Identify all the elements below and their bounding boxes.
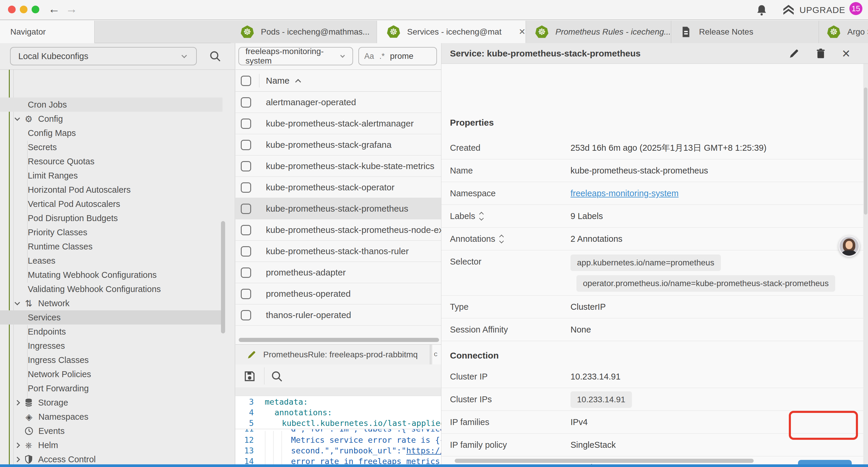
table-row[interactable]: kube-prometheus-stack-kube-state-metrics <box>236 155 441 177</box>
row-checkbox[interactable] <box>241 310 251 320</box>
search-icon[interactable] <box>209 50 222 63</box>
sidebar-item-vertical-pod-autoscalers[interactable]: Vertical Pod Autoscalers <box>0 197 222 211</box>
navigator-tab-label: Navigator <box>10 27 46 37</box>
row-checkbox[interactable] <box>241 204 251 214</box>
sidebar-item-services[interactable]: Services <box>0 310 222 324</box>
list-search-input[interactable]: Aa .* prome <box>359 47 437 65</box>
sidebar-item-ingresses[interactable]: Ingresses <box>0 339 222 353</box>
editor-tab-prometheusrule[interactable]: PrometheusRule: freeleaps-prod-rabbitmq <box>236 345 430 365</box>
namespace-select[interactable]: freeleaps-monitoring-system <box>239 47 353 65</box>
save-icon[interactable] <box>243 370 256 383</box>
close-tab-icon[interactable]: ✕ <box>519 27 526 37</box>
notifications-bell-icon[interactable] <box>755 4 768 17</box>
table-row[interactable]: alertmanager-operated <box>236 92 441 113</box>
table-horizontal-scrollbar[interactable] <box>239 338 439 342</box>
table-row[interactable]: kube-prometheus-stack-grafana <box>236 134 441 155</box>
sidebar-item-pod-disruption-budgets[interactable]: Pod Disruption Budgets <box>0 211 222 225</box>
sidebar-item-leases[interactable]: Leases <box>0 254 222 268</box>
sidebar-group-access-control[interactable]: Access Control <box>0 452 222 464</box>
code-line: 12 Metrics service error rate is {{ $va <box>236 435 441 446</box>
sidebar-item-endpoints[interactable]: Endpoints <box>0 324 222 339</box>
yaml-editor[interactable]: 3 metadata: 4 annotations: 5 kubectl.kub… <box>236 396 441 464</box>
row-checkbox[interactable] <box>241 267 251 278</box>
table-row-selected[interactable]: kube-prometheus-stack-prometheus <box>236 198 441 219</box>
sidebar-group-helm[interactable]: ⎈Helm <box>0 438 222 452</box>
code-line-partial: 11 d","for":"1m","labels":{"service":" <box>236 429 441 435</box>
sidebar-item-limit-ranges[interactable]: Limit Ranges <box>0 169 222 183</box>
tab-release-notes[interactable]: Release Notes <box>671 21 819 43</box>
sidebar-item-events[interactable]: Events <box>0 424 222 438</box>
sidebar-item-resource-quotas[interactable]: Resource Quotas <box>0 154 222 169</box>
table-row[interactable]: kube-prometheus-stack-alertmanager <box>236 113 441 134</box>
sidebar-item-priority-classes[interactable]: Priority Classes <box>0 225 222 239</box>
select-all-checkbox[interactable] <box>241 76 251 86</box>
table-row[interactable]: kube-prometheus-stack-operator <box>236 177 441 198</box>
row-checkbox[interactable] <box>241 182 251 193</box>
search-icon[interactable] <box>270 370 283 383</box>
row-checkbox[interactable] <box>241 289 251 299</box>
sidebar-group-network[interactable]: ⇅Network <box>0 296 222 310</box>
unfold-icon[interactable] <box>500 235 503 243</box>
detail-row-cluster-ips: Cluster IPs 10.233.14.91 <box>441 388 868 411</box>
detail-horizontal-scrollbar[interactable] <box>455 459 754 463</box>
sidebar-item-namespaces[interactable]: ◈Namespaces <box>0 410 222 424</box>
code-line: 13 second.","runbook_url":"https://net <box>236 446 441 457</box>
match-case-toggle[interactable]: Aa <box>364 52 374 61</box>
unfold-icon[interactable] <box>480 212 483 220</box>
runbook-url-link[interactable]: https://net <box>406 446 441 455</box>
sidebar-item-config-maps[interactable]: Config Maps <box>0 126 222 140</box>
name-column-header[interactable]: Name <box>266 70 300 92</box>
close-panel-icon[interactable]: ✕ <box>842 48 850 60</box>
storage-cylinder-icon <box>23 397 34 408</box>
service-detail-panel: Service: kube-prometheus-stack-prometheu… <box>441 43 868 464</box>
sidebar-group-config[interactable]: ⚙Config <box>0 112 222 126</box>
kubernetes-icon: ☸ <box>241 25 254 38</box>
close-window-button[interactable] <box>8 6 16 13</box>
avatar[interactable] <box>838 236 860 257</box>
kubeconfig-select[interactable]: Local Kubeconfigs <box>10 47 197 65</box>
sidebar-item-port-forwarding[interactable]: Port Forwarding <box>0 381 222 396</box>
detail-vertical-scrollbar[interactable] <box>863 64 868 464</box>
minimize-window-button[interactable] <box>20 6 28 13</box>
sidebar-group-storage[interactable]: Storage <box>0 396 222 410</box>
table-row[interactable]: prometheus-operated <box>236 283 441 304</box>
table-row[interactable]: kube-prometheus-stack-thanos-ruler <box>236 241 441 262</box>
table-row[interactable]: prometheus-adapter <box>236 262 441 283</box>
maximize-window-button[interactable] <box>32 6 39 13</box>
sidebar-item-network-policies[interactable]: Network Policies <box>0 367 222 381</box>
delete-trash-icon[interactable] <box>815 48 826 59</box>
sidebar-item-ingress-classes[interactable]: Ingress Classes <box>0 353 222 367</box>
editor-tab-partial[interactable]: C <box>432 345 441 365</box>
tab-navigator[interactable]: Navigator <box>0 21 95 43</box>
regex-toggle[interactable]: .* <box>379 52 385 61</box>
sidebar-item-runtime-classes[interactable]: Runtime Classes <box>0 239 222 254</box>
forward-arrow-icon[interactable]: → <box>66 3 78 15</box>
editor-toolbar <box>236 364 441 388</box>
tab-prometheus-rules[interactable]: ☸ Prometheus Rules - icecheng... <box>526 21 671 43</box>
notification-count-badge[interactable]: 15 <box>849 2 862 15</box>
properties-section-title: Properties <box>450 118 494 128</box>
tab-services[interactable]: ☸ Services - icecheng@math... ✕ <box>377 21 526 43</box>
sidebar-scrollbar[interactable] <box>221 221 225 333</box>
sidebar-item-mutating-webhook-configurations[interactable]: Mutating Webhook Configurations <box>0 268 222 282</box>
tab-pods[interactable]: ☸ Pods - icecheng@mathmas... <box>231 21 377 43</box>
namespace-link[interactable]: freeleaps-monitoring-system <box>570 182 679 205</box>
row-checkbox[interactable] <box>241 97 251 108</box>
row-checkbox[interactable] <box>241 119 251 129</box>
row-checkbox[interactable] <box>241 140 251 150</box>
row-checkbox[interactable] <box>241 246 251 257</box>
sidebar-item-cron-jobs[interactable]: Cron Jobs <box>0 97 222 112</box>
sidebar-item-secrets[interactable]: Secrets <box>0 140 222 154</box>
table-row[interactable]: thanos-ruler-operated <box>236 304 441 326</box>
row-checkbox[interactable] <box>241 225 251 235</box>
tab-argo[interactable]: ☸ Argo Se <box>819 21 868 43</box>
detail-row-type: Type ClusterIP <box>441 296 868 318</box>
sidebar-item-validating-webhook-configurations[interactable]: Validating Webhook Configurations <box>0 282 222 296</box>
code-line: 5 kubectl.kubernetes.io/last-applied-co <box>236 418 441 429</box>
row-checkbox[interactable] <box>241 161 251 171</box>
sidebar-item-horizontal-pod-autoscalers[interactable]: Horizontal Pod Autoscalers <box>0 183 222 197</box>
back-arrow-icon[interactable]: ← <box>48 3 60 15</box>
table-row[interactable]: kube-prometheus-stack-prometheus-node-ex… <box>236 219 441 241</box>
edit-pencil-icon[interactable] <box>788 48 800 59</box>
upgrade-button[interactable]: UPGRADE <box>782 4 845 16</box>
